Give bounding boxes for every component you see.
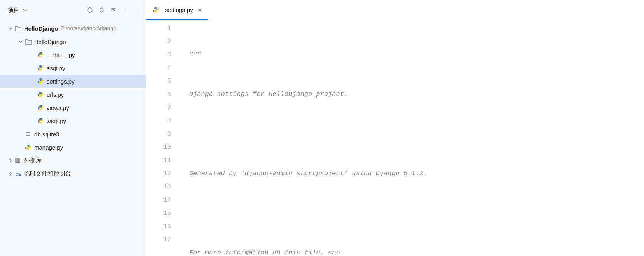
tree-label: __init__.py [47, 52, 75, 58]
svg-point-13 [39, 105, 40, 106]
svg-point-14 [41, 109, 41, 110]
line-number: 15 [146, 207, 171, 220]
tree-file-views[interactable]: views.py [0, 101, 146, 114]
chevron-right-icon [7, 157, 14, 164]
text-file-icon [24, 130, 32, 138]
python-file-icon [37, 51, 44, 59]
sidebar-actions [84, 5, 142, 16]
svg-point-18 [28, 149, 29, 149]
python-file-icon [24, 143, 32, 151]
tree-label: HelloDjango [34, 38, 66, 45]
tree-file-init[interactable]: __init__.py [0, 48, 146, 61]
tree-file-db[interactable]: db.sqlite3 [0, 127, 146, 141]
svg-point-7 [39, 66, 40, 66]
python-file-icon [37, 77, 44, 85]
chevron-right-icon [7, 170, 14, 177]
svg-point-8 [41, 70, 41, 70]
code-editor[interactable]: 1 2 3 4 5 6 7 8 9 10 11 12 13 14 15 16 1… [146, 20, 644, 256]
python-file-icon [37, 64, 44, 72]
line-number: 10 [146, 141, 171, 154]
python-file-icon [37, 117, 44, 125]
tree-external-libs[interactable]: 外部库 [0, 154, 146, 167]
sidebar-title[interactable]: 项目 [8, 7, 28, 14]
line-number: 13 [146, 180, 171, 193]
svg-point-1 [125, 8, 126, 9]
svg-point-9 [39, 79, 40, 79]
tree-project-root[interactable]: HelloDjango E:\notes\django\django [0, 22, 146, 35]
line-number: 16 [146, 220, 171, 233]
more-options-icon[interactable] [119, 5, 130, 16]
code-text: Django settings for HelloDjango project. [189, 91, 348, 98]
target-icon[interactable] [84, 5, 95, 16]
tree-file-wsgi[interactable]: wsgi.py [0, 114, 146, 127]
svg-point-10 [41, 83, 41, 83]
tree-label: 临时文件和控制台 [24, 170, 71, 178]
svg-point-16 [41, 122, 41, 123]
line-number: 3 [146, 48, 171, 61]
svg-point-11 [39, 92, 40, 92]
editor-tabs: settings.py ✕ [146, 0, 644, 20]
line-number: 17 [146, 233, 171, 246]
line-number: 2 [146, 35, 171, 48]
svg-rect-21 [19, 158, 20, 163]
editor-area: settings.py ✕ 1 2 3 4 5 6 7 8 9 10 11 12… [146, 0, 644, 256]
svg-point-15 [39, 118, 40, 119]
line-gutter: 1 2 3 4 5 6 7 8 9 10 11 12 13 14 15 16 1… [146, 20, 182, 256]
tree-label: db.sqlite3 [34, 131, 59, 138]
tree-label: manage.py [34, 144, 63, 151]
python-file-icon [152, 6, 160, 14]
line-number: 7 [146, 101, 171, 114]
close-icon[interactable]: ✕ [198, 7, 202, 13]
svg-rect-19 [16, 158, 17, 163]
python-file-icon [37, 104, 44, 111]
library-icon [14, 157, 22, 164]
minimize-icon[interactable] [131, 5, 142, 16]
line-number: 8 [146, 114, 171, 127]
folder-icon [14, 24, 22, 32]
svg-point-22 [19, 174, 21, 176]
code-text: Generated by 'django-admin startproject'… [189, 170, 427, 177]
tree-label: views.py [47, 104, 69, 111]
line-number: 9 [146, 127, 171, 141]
chevron-down-icon [17, 38, 24, 45]
code-text: For more information on this file, see [189, 249, 340, 256]
tree-file-settings[interactable]: settings.py [0, 75, 146, 88]
line-number: 4 [146, 61, 171, 75]
tab-settings[interactable]: settings.py ✕ [146, 0, 208, 20]
expand-collapse-icon[interactable] [96, 5, 107, 16]
tree-label: HelloDjango [24, 25, 58, 32]
code-text: """ [189, 51, 201, 58]
svg-point-12 [41, 96, 41, 96]
svg-point-5 [39, 52, 40, 53]
tree-label: urls.py [47, 91, 64, 98]
chevron-down-icon [7, 25, 14, 32]
tree-scratches[interactable]: 临时文件和控制台 [0, 167, 146, 180]
project-tree: HelloDjango E:\notes\django\django Hello… [0, 20, 146, 256]
tree-label: settings.py [47, 78, 75, 85]
tree-label: wsgi.py [47, 118, 66, 124]
tree-app-folder[interactable]: HelloDjango [0, 35, 146, 48]
tree-file-manage[interactable]: manage.py [0, 141, 146, 154]
svg-point-4 [28, 42, 28, 42]
svg-point-6 [41, 56, 41, 57]
svg-rect-20 [17, 158, 18, 163]
collapse-all-icon[interactable] [108, 5, 119, 16]
svg-point-24 [156, 12, 156, 12]
line-number: 6 [146, 88, 171, 101]
svg-point-17 [27, 145, 27, 145]
line-number: 11 [146, 154, 171, 167]
svg-point-23 [154, 8, 155, 8]
package-folder-icon [24, 38, 32, 45]
line-number: 1 [146, 22, 171, 35]
code-content[interactable]: """ Django settings for HelloDjango proj… [182, 20, 644, 256]
sidebar-title-text: 项目 [8, 7, 19, 14]
project-sidebar: 项目 HelloDjango [0, 0, 146, 256]
tree-path: E:\notes\django\django [61, 25, 116, 31]
tab-label: settings.py [165, 7, 193, 13]
sidebar-header: 项目 [0, 0, 146, 20]
tree-file-urls[interactable]: urls.py [0, 88, 146, 101]
svg-point-2 [125, 10, 126, 11]
tree-file-asgi[interactable]: asgi.py [0, 61, 146, 75]
python-file-icon [37, 91, 44, 98]
svg-point-3 [125, 12, 126, 13]
